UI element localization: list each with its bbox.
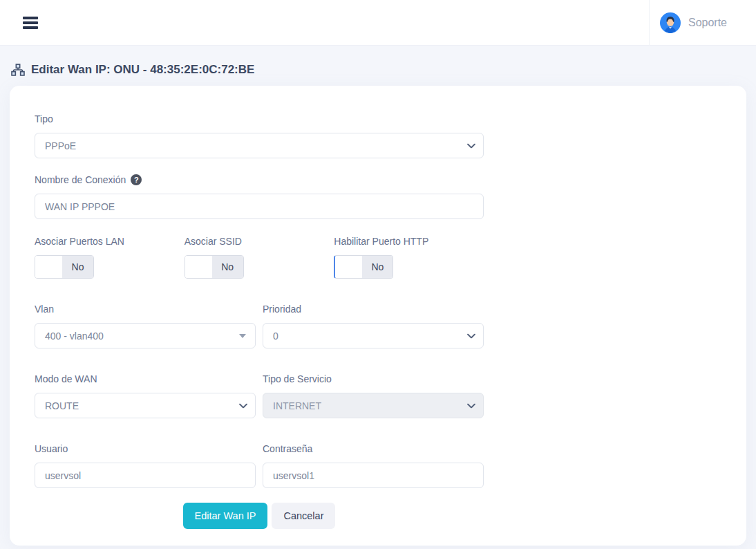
toggle-knob [35, 256, 62, 278]
habilitar-puerto-http-label: Habilitar Puerto HTTP [334, 236, 484, 247]
tipo-servicio-select: INTERNET [263, 393, 484, 418]
field-modo-wan: Modo de WAN ROUTE [35, 373, 256, 418]
habilitar-puerto-http-toggle[interactable]: No [334, 255, 393, 279]
nombre-conexion-input[interactable] [35, 194, 484, 219]
field-tipo-servicio: Tipo de Servicio INTERNET [263, 373, 484, 418]
asociar-puertos-lan-toggle[interactable]: No [35, 255, 94, 279]
vlan-prioridad-row: Vlan 400 - vlan400 Prioridad 0 [35, 304, 484, 348]
field-asociar-puertos-lan: Asociar Puertos LAN No [35, 236, 185, 279]
field-usuario: Usuario [35, 443, 256, 488]
toggles-row: Asociar Puertos LAN No Asociar SSID No H… [35, 236, 484, 279]
modo-wan-label: Modo de WAN [35, 373, 256, 384]
edit-wan-card: Tipo PPPoE Nombre de Conexión ? Asociar … [10, 86, 746, 546]
nombre-conexion-label: Nombre de Conexión ? [35, 174, 484, 185]
field-vlan: Vlan 400 - vlan400 [35, 304, 256, 348]
page-head: Editar Wan IP: ONU - 48:35:2E:0C:72:BE [0, 46, 756, 86]
credenciales-row: Usuario Contraseña [35, 443, 484, 488]
tipo-select[interactable]: PPPoE [35, 133, 484, 158]
user-avatar-icon [660, 12, 681, 33]
question-circle-icon[interactable]: ? [131, 174, 142, 185]
cancelar-button[interactable]: Cancelar [272, 503, 335, 529]
toggle-knob [185, 256, 212, 278]
field-prioridad: Prioridad 0 [263, 304, 484, 348]
modo-wan-select[interactable]: ROUTE [35, 393, 256, 418]
prioridad-select[interactable]: 0 [263, 323, 484, 348]
field-nombre-conexion: Nombre de Conexión ? [35, 174, 484, 219]
vlan-selected-value: 400 - vlan400 [45, 331, 104, 342]
topbar: Soporte [0, 0, 756, 46]
vlan-label: Vlan [35, 304, 256, 315]
triangle-down-icon [239, 334, 246, 338]
edit-wan-form: Tipo PPPoE Nombre de Conexión ? Asociar … [35, 113, 484, 529]
prioridad-label: Prioridad [263, 304, 484, 315]
user-name: Soporte [688, 17, 727, 29]
tipo-servicio-label: Tipo de Servicio [263, 373, 484, 384]
toggle-state-label: No [62, 256, 93, 278]
modo-servicio-row: Modo de WAN ROUTE Tipo de Servicio INTER… [35, 373, 484, 418]
asociar-puertos-lan-label: Asociar Puertos LAN [35, 236, 185, 247]
hamburger-menu-button[interactable] [19, 10, 42, 35]
vlan-select[interactable]: 400 - vlan400 [35, 323, 256, 348]
usuario-input[interactable] [35, 463, 256, 488]
field-contrasena: Contraseña [263, 443, 484, 488]
asociar-ssid-label: Asociar SSID [185, 236, 334, 247]
contrasena-label: Contraseña [263, 443, 484, 454]
toggle-state-label: No [362, 256, 393, 278]
toggle-knob [335, 256, 362, 278]
field-habilitar-puerto-http: Habilitar Puerto HTTP No [334, 236, 484, 279]
usuario-label: Usuario [35, 443, 256, 454]
hamburger-icon [23, 17, 38, 19]
tipo-label: Tipo [35, 113, 484, 124]
sitemap-icon [11, 64, 25, 76]
field-asociar-ssid: Asociar SSID No [185, 236, 334, 279]
form-actions: Editar Wan IP Cancelar [35, 503, 484, 529]
asociar-ssid-toggle[interactable]: No [185, 255, 244, 279]
field-tipo: Tipo PPPoE [35, 113, 484, 158]
contrasena-input[interactable] [263, 463, 484, 488]
toggle-state-label: No [212, 256, 243, 278]
page-title: Editar Wan IP: ONU - 48:35:2E:0C:72:BE [31, 63, 254, 77]
user-menu[interactable]: Soporte [649, 0, 756, 46]
editar-wan-ip-button[interactable]: Editar Wan IP [183, 503, 268, 529]
